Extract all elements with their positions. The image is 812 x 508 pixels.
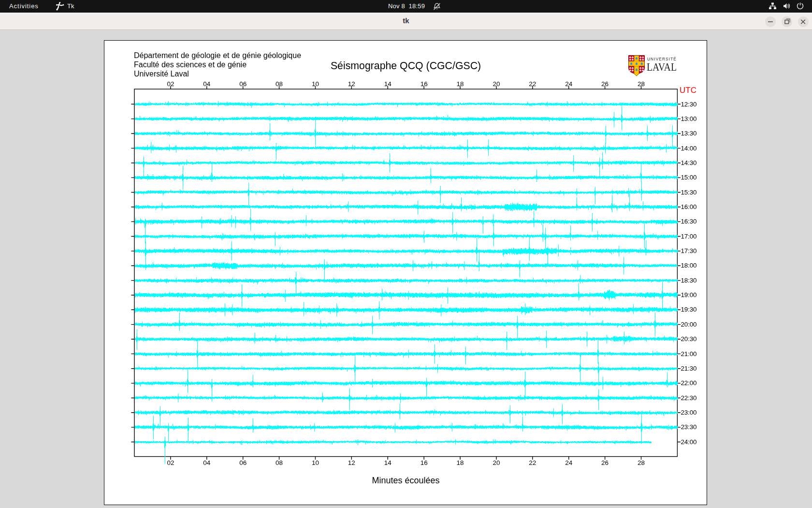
svg-text:LAVAL: LAVAL [647,60,677,73]
